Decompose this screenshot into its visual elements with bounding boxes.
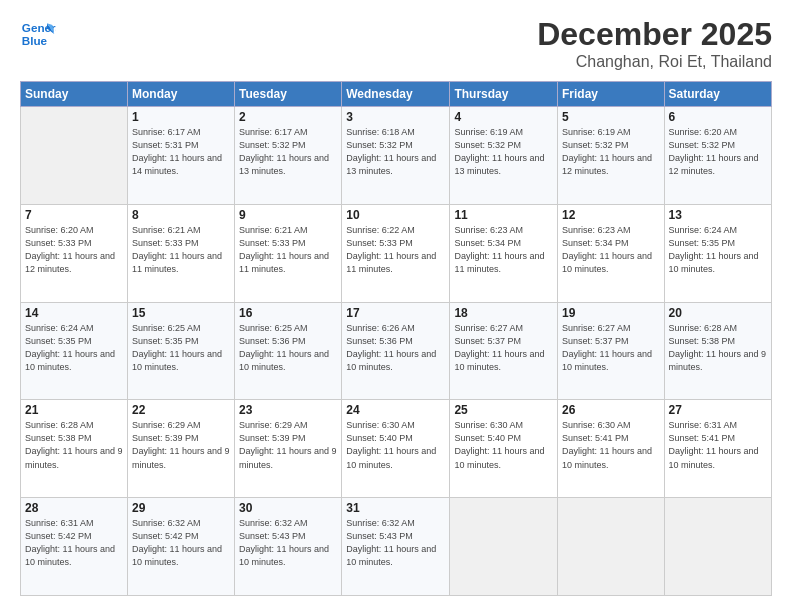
weekday-header-thursday: Thursday [450, 82, 558, 107]
day-number: 2 [239, 110, 337, 124]
day-detail: Sunrise: 6:29 AMSunset: 5:39 PMDaylight:… [132, 419, 230, 471]
weekday-header-tuesday: Tuesday [235, 82, 342, 107]
day-detail: Sunrise: 6:19 AMSunset: 5:32 PMDaylight:… [562, 126, 660, 178]
calendar-cell: 6Sunrise: 6:20 AMSunset: 5:32 PMDaylight… [664, 107, 771, 205]
calendar-cell: 27Sunrise: 6:31 AMSunset: 5:41 PMDayligh… [664, 400, 771, 498]
day-number: 4 [454, 110, 553, 124]
week-row-3: 14Sunrise: 6:24 AMSunset: 5:35 PMDayligh… [21, 302, 772, 400]
day-detail: Sunrise: 6:24 AMSunset: 5:35 PMDaylight:… [669, 224, 767, 276]
logo: General Blue [20, 16, 56, 52]
weekday-header-friday: Friday [557, 82, 664, 107]
day-number: 11 [454, 208, 553, 222]
weekday-header-monday: Monday [127, 82, 234, 107]
day-number: 17 [346, 306, 445, 320]
day-number: 18 [454, 306, 553, 320]
day-number: 15 [132, 306, 230, 320]
calendar-body: 1Sunrise: 6:17 AMSunset: 5:31 PMDaylight… [21, 107, 772, 596]
day-number: 10 [346, 208, 445, 222]
weekday-header-wednesday: Wednesday [342, 82, 450, 107]
week-row-2: 7Sunrise: 6:20 AMSunset: 5:33 PMDaylight… [21, 204, 772, 302]
calendar-cell: 28Sunrise: 6:31 AMSunset: 5:42 PMDayligh… [21, 498, 128, 596]
day-number: 9 [239, 208, 337, 222]
calendar-cell: 4Sunrise: 6:19 AMSunset: 5:32 PMDaylight… [450, 107, 558, 205]
day-detail: Sunrise: 6:24 AMSunset: 5:35 PMDaylight:… [25, 322, 123, 374]
day-detail: Sunrise: 6:28 AMSunset: 5:38 PMDaylight:… [25, 419, 123, 471]
day-detail: Sunrise: 6:25 AMSunset: 5:36 PMDaylight:… [239, 322, 337, 374]
day-number: 23 [239, 403, 337, 417]
day-detail: Sunrise: 6:26 AMSunset: 5:36 PMDaylight:… [346, 322, 445, 374]
day-number: 19 [562, 306, 660, 320]
calendar-cell: 13Sunrise: 6:24 AMSunset: 5:35 PMDayligh… [664, 204, 771, 302]
day-number: 22 [132, 403, 230, 417]
day-detail: Sunrise: 6:17 AMSunset: 5:31 PMDaylight:… [132, 126, 230, 178]
calendar-cell: 5Sunrise: 6:19 AMSunset: 5:32 PMDaylight… [557, 107, 664, 205]
day-detail: Sunrise: 6:27 AMSunset: 5:37 PMDaylight:… [454, 322, 553, 374]
header: General Blue December 2025 Changhan, Roi… [20, 16, 772, 71]
day-number: 5 [562, 110, 660, 124]
day-number: 30 [239, 501, 337, 515]
location-title: Changhan, Roi Et, Thailand [537, 53, 772, 71]
day-detail: Sunrise: 6:25 AMSunset: 5:35 PMDaylight:… [132, 322, 230, 374]
day-number: 28 [25, 501, 123, 515]
calendar-cell: 25Sunrise: 6:30 AMSunset: 5:40 PMDayligh… [450, 400, 558, 498]
logo-icon: General Blue [20, 16, 56, 52]
day-detail: Sunrise: 6:18 AMSunset: 5:32 PMDaylight:… [346, 126, 445, 178]
day-detail: Sunrise: 6:29 AMSunset: 5:39 PMDaylight:… [239, 419, 337, 471]
day-detail: Sunrise: 6:20 AMSunset: 5:32 PMDaylight:… [669, 126, 767, 178]
day-number: 20 [669, 306, 767, 320]
day-number: 13 [669, 208, 767, 222]
day-number: 24 [346, 403, 445, 417]
calendar-cell: 30Sunrise: 6:32 AMSunset: 5:43 PMDayligh… [235, 498, 342, 596]
day-number: 27 [669, 403, 767, 417]
day-detail: Sunrise: 6:21 AMSunset: 5:33 PMDaylight:… [132, 224, 230, 276]
day-detail: Sunrise: 6:23 AMSunset: 5:34 PMDaylight:… [562, 224, 660, 276]
calendar-cell: 12Sunrise: 6:23 AMSunset: 5:34 PMDayligh… [557, 204, 664, 302]
day-number: 26 [562, 403, 660, 417]
day-number: 6 [669, 110, 767, 124]
day-number: 21 [25, 403, 123, 417]
day-detail: Sunrise: 6:22 AMSunset: 5:33 PMDaylight:… [346, 224, 445, 276]
calendar-cell: 11Sunrise: 6:23 AMSunset: 5:34 PMDayligh… [450, 204, 558, 302]
day-detail: Sunrise: 6:28 AMSunset: 5:38 PMDaylight:… [669, 322, 767, 374]
calendar-cell: 29Sunrise: 6:32 AMSunset: 5:42 PMDayligh… [127, 498, 234, 596]
day-detail: Sunrise: 6:19 AMSunset: 5:32 PMDaylight:… [454, 126, 553, 178]
weekday-header-sunday: Sunday [21, 82, 128, 107]
calendar-cell: 15Sunrise: 6:25 AMSunset: 5:35 PMDayligh… [127, 302, 234, 400]
calendar-cell: 20Sunrise: 6:28 AMSunset: 5:38 PMDayligh… [664, 302, 771, 400]
day-detail: Sunrise: 6:30 AMSunset: 5:40 PMDaylight:… [346, 419, 445, 471]
calendar-cell: 9Sunrise: 6:21 AMSunset: 5:33 PMDaylight… [235, 204, 342, 302]
day-detail: Sunrise: 6:32 AMSunset: 5:42 PMDaylight:… [132, 517, 230, 569]
calendar-cell: 19Sunrise: 6:27 AMSunset: 5:37 PMDayligh… [557, 302, 664, 400]
calendar-cell: 14Sunrise: 6:24 AMSunset: 5:35 PMDayligh… [21, 302, 128, 400]
calendar-cell: 22Sunrise: 6:29 AMSunset: 5:39 PMDayligh… [127, 400, 234, 498]
day-detail: Sunrise: 6:32 AMSunset: 5:43 PMDaylight:… [239, 517, 337, 569]
day-detail: Sunrise: 6:31 AMSunset: 5:42 PMDaylight:… [25, 517, 123, 569]
week-row-1: 1Sunrise: 6:17 AMSunset: 5:31 PMDaylight… [21, 107, 772, 205]
day-detail: Sunrise: 6:21 AMSunset: 5:33 PMDaylight:… [239, 224, 337, 276]
calendar-cell: 26Sunrise: 6:30 AMSunset: 5:41 PMDayligh… [557, 400, 664, 498]
calendar-cell: 16Sunrise: 6:25 AMSunset: 5:36 PMDayligh… [235, 302, 342, 400]
title-area: December 2025 Changhan, Roi Et, Thailand [537, 16, 772, 71]
calendar-cell [664, 498, 771, 596]
day-number: 3 [346, 110, 445, 124]
day-detail: Sunrise: 6:32 AMSunset: 5:43 PMDaylight:… [346, 517, 445, 569]
calendar-cell: 24Sunrise: 6:30 AMSunset: 5:40 PMDayligh… [342, 400, 450, 498]
calendar-cell: 17Sunrise: 6:26 AMSunset: 5:36 PMDayligh… [342, 302, 450, 400]
day-detail: Sunrise: 6:31 AMSunset: 5:41 PMDaylight:… [669, 419, 767, 471]
day-detail: Sunrise: 6:27 AMSunset: 5:37 PMDaylight:… [562, 322, 660, 374]
day-number: 1 [132, 110, 230, 124]
week-row-5: 28Sunrise: 6:31 AMSunset: 5:42 PMDayligh… [21, 498, 772, 596]
day-number: 31 [346, 501, 445, 515]
day-number: 25 [454, 403, 553, 417]
calendar-cell: 7Sunrise: 6:20 AMSunset: 5:33 PMDaylight… [21, 204, 128, 302]
calendar-cell: 3Sunrise: 6:18 AMSunset: 5:32 PMDaylight… [342, 107, 450, 205]
calendar-cell [21, 107, 128, 205]
day-number: 29 [132, 501, 230, 515]
day-number: 14 [25, 306, 123, 320]
svg-text:Blue: Blue [22, 34, 48, 47]
calendar-cell: 18Sunrise: 6:27 AMSunset: 5:37 PMDayligh… [450, 302, 558, 400]
calendar-cell: 8Sunrise: 6:21 AMSunset: 5:33 PMDaylight… [127, 204, 234, 302]
day-detail: Sunrise: 6:23 AMSunset: 5:34 PMDaylight:… [454, 224, 553, 276]
calendar-header: SundayMondayTuesdayWednesdayThursdayFrid… [21, 82, 772, 107]
calendar-table: SundayMondayTuesdayWednesdayThursdayFrid… [20, 81, 772, 596]
